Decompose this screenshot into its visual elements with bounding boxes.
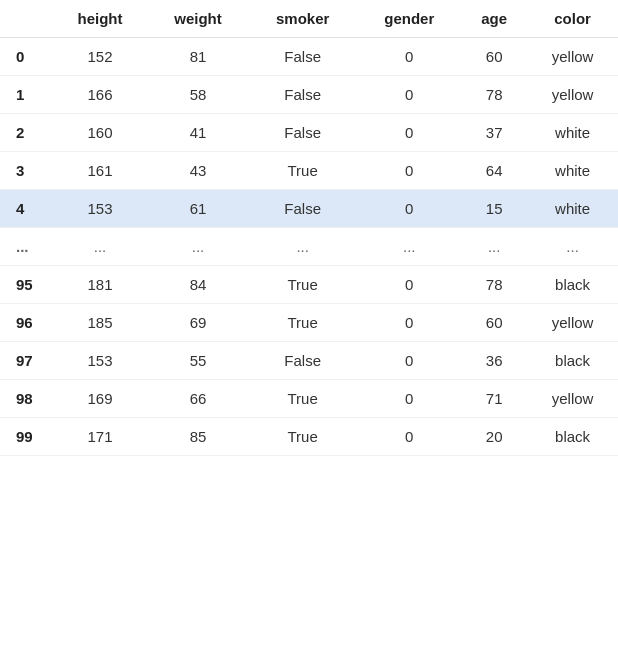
cell-smoker: True xyxy=(248,418,357,456)
cell-color: yellow xyxy=(527,76,618,114)
cell-weight: 41 xyxy=(148,114,248,152)
cell-height: ... xyxy=(52,228,148,266)
row-index: 1 xyxy=(0,76,52,114)
table-row: 9917185True020black xyxy=(0,418,618,456)
cell-age: 15 xyxy=(461,190,527,228)
cell-age: 36 xyxy=(461,342,527,380)
row-index: 98 xyxy=(0,380,52,418)
cell-height: 153 xyxy=(52,190,148,228)
cell-smoker: True xyxy=(248,266,357,304)
row-index: 4 xyxy=(0,190,52,228)
table-row: 9715355False036black xyxy=(0,342,618,380)
row-index: 0 xyxy=(0,38,52,76)
table-header-row: height weight smoker gender age color xyxy=(0,0,618,38)
cell-gender: 0 xyxy=(357,152,461,190)
cell-height: 185 xyxy=(52,304,148,342)
table-row: 9518184True078black xyxy=(0,266,618,304)
table-row: 9816966True071yellow xyxy=(0,380,618,418)
row-index: 2 xyxy=(0,114,52,152)
cell-height: 153 xyxy=(52,342,148,380)
cell-gender: ... xyxy=(357,228,461,266)
cell-color: white xyxy=(527,114,618,152)
cell-weight: ... xyxy=(148,228,248,266)
row-index: 3 xyxy=(0,152,52,190)
cell-height: 181 xyxy=(52,266,148,304)
col-header-index xyxy=(0,0,52,38)
cell-smoker: False xyxy=(248,114,357,152)
data-table: height weight smoker gender age color 01… xyxy=(0,0,618,456)
cell-color: white xyxy=(527,152,618,190)
table-row: 116658False078yellow xyxy=(0,76,618,114)
table-row: 216041False037white xyxy=(0,114,618,152)
cell-weight: 55 xyxy=(148,342,248,380)
cell-color: black xyxy=(527,418,618,456)
cell-smoker: True xyxy=(248,152,357,190)
col-header-gender: gender xyxy=(357,0,461,38)
cell-gender: 0 xyxy=(357,38,461,76)
col-header-height: height xyxy=(52,0,148,38)
cell-color: black xyxy=(527,266,618,304)
cell-smoker: False xyxy=(248,38,357,76)
cell-smoker: False xyxy=(248,342,357,380)
row-index: 99 xyxy=(0,418,52,456)
cell-gender: 0 xyxy=(357,114,461,152)
cell-age: ... xyxy=(461,228,527,266)
cell-gender: 0 xyxy=(357,266,461,304)
cell-gender: 0 xyxy=(357,190,461,228)
cell-smoker: False xyxy=(248,76,357,114)
cell-weight: 43 xyxy=(148,152,248,190)
col-header-weight: weight xyxy=(148,0,248,38)
row-index: 97 xyxy=(0,342,52,380)
cell-height: 171 xyxy=(52,418,148,456)
cell-height: 161 xyxy=(52,152,148,190)
cell-smoker: ... xyxy=(248,228,357,266)
cell-height: 166 xyxy=(52,76,148,114)
cell-age: 60 xyxy=(461,38,527,76)
cell-age: 78 xyxy=(461,76,527,114)
table-row: 415361False015white xyxy=(0,190,618,228)
cell-color: yellow xyxy=(527,380,618,418)
cell-weight: 61 xyxy=(148,190,248,228)
cell-weight: 81 xyxy=(148,38,248,76)
cell-color: black xyxy=(527,342,618,380)
table-row: 9618569True060yellow xyxy=(0,304,618,342)
table-row: 015281False060yellow xyxy=(0,38,618,76)
cell-age: 71 xyxy=(461,380,527,418)
row-index: 95 xyxy=(0,266,52,304)
cell-weight: 66 xyxy=(148,380,248,418)
cell-color: yellow xyxy=(527,38,618,76)
cell-height: 152 xyxy=(52,38,148,76)
cell-age: 78 xyxy=(461,266,527,304)
row-index: 96 xyxy=(0,304,52,342)
cell-height: 160 xyxy=(52,114,148,152)
cell-color: yellow xyxy=(527,304,618,342)
cell-color: white xyxy=(527,190,618,228)
table-row: 316143True064white xyxy=(0,152,618,190)
cell-age: 60 xyxy=(461,304,527,342)
cell-gender: 0 xyxy=(357,304,461,342)
cell-weight: 84 xyxy=(148,266,248,304)
cell-gender: 0 xyxy=(357,342,461,380)
cell-age: 20 xyxy=(461,418,527,456)
table-row: ..................... xyxy=(0,228,618,266)
cell-age: 37 xyxy=(461,114,527,152)
cell-height: 169 xyxy=(52,380,148,418)
cell-weight: 69 xyxy=(148,304,248,342)
row-index: ... xyxy=(0,228,52,266)
cell-gender: 0 xyxy=(357,76,461,114)
cell-age: 64 xyxy=(461,152,527,190)
cell-weight: 85 xyxy=(148,418,248,456)
cell-smoker: True xyxy=(248,380,357,418)
col-header-smoker: smoker xyxy=(248,0,357,38)
cell-color: ... xyxy=(527,228,618,266)
cell-smoker: True xyxy=(248,304,357,342)
cell-smoker: False xyxy=(248,190,357,228)
cell-gender: 0 xyxy=(357,418,461,456)
cell-gender: 0 xyxy=(357,380,461,418)
cell-weight: 58 xyxy=(148,76,248,114)
col-header-age: age xyxy=(461,0,527,38)
col-header-color: color xyxy=(527,0,618,38)
